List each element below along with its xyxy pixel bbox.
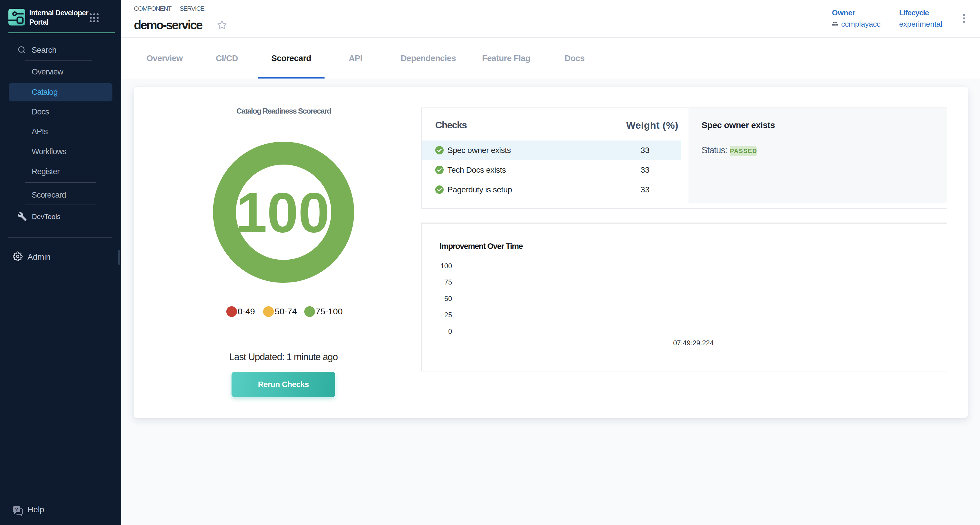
svg-text:100: 100 — [236, 181, 330, 244]
svg-text:?: ? — [15, 507, 18, 512]
